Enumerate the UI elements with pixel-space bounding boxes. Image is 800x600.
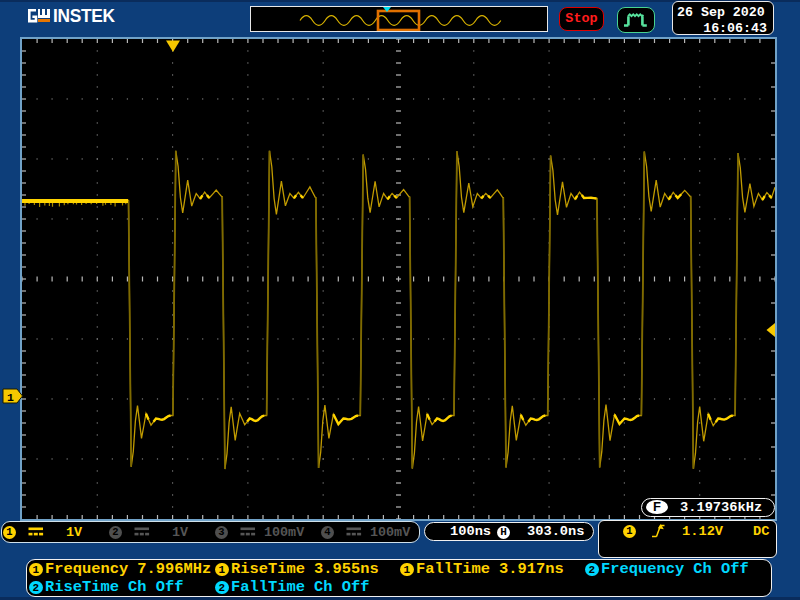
svg-text:1: 1 [7, 391, 14, 404]
